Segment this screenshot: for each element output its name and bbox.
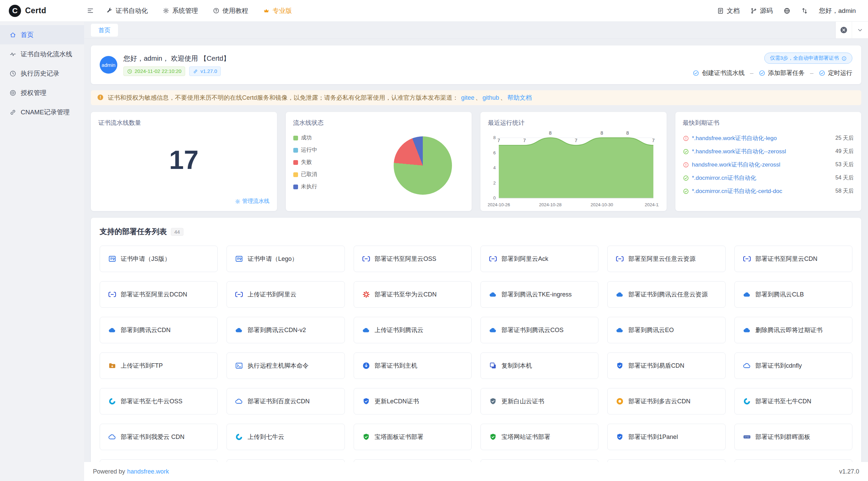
footer-version: v1.27.0 — [839, 468, 859, 475]
cert-link[interactable]: *.docmirror.cn证书自动化-certd-doc — [692, 187, 832, 195]
copy-icon — [489, 362, 497, 370]
task-item-14[interactable]: 上传证书到腾讯云 — [354, 317, 472, 343]
nav-item-0[interactable]: 证书自动化 — [106, 6, 148, 15]
tab-home[interactable]: 首页 — [91, 24, 118, 37]
task-item-0[interactable]: 证书申请（JS版） — [100, 246, 218, 272]
header-action-1[interactable]: 源码 — [750, 6, 773, 15]
sidebar-item-2[interactable]: 执行历史记录 — [0, 64, 84, 83]
cert-link[interactable]: *.handsfree.work证书自动化--zerossl — [692, 148, 832, 155]
powered-by-text: Powered by — [93, 468, 125, 475]
task-item-29[interactable]: 部署证书至七牛CDN — [734, 388, 852, 415]
svg-text:2024-10-28: 2024-10-28 — [539, 202, 562, 207]
task-item-5[interactable]: 部署证书至阿里云CDN — [734, 246, 852, 272]
notice-link-2[interactable]: 帮助文档 — [507, 94, 532, 101]
task-item-15[interactable]: 部署证书到腾讯云COS — [480, 317, 598, 343]
task-item-1[interactable]: 证书申请（Lego） — [226, 246, 344, 272]
task-item-24[interactable]: 部署证书至七牛云OSS — [100, 388, 218, 415]
task-item-35[interactable]: SYNO部署证书到群晖面板 — [734, 424, 852, 450]
cert-link[interactable]: *.docmirror.cn证书自动化 — [692, 174, 832, 182]
task-item-32[interactable]: 宝塔面板证书部署 — [354, 424, 472, 450]
task-item-2[interactable]: 部署证书至阿里云OSS — [354, 246, 472, 272]
header-action-3[interactable] — [801, 7, 808, 14]
cert-link[interactable]: handsfree.work证书自动化-zerossl — [692, 161, 832, 169]
tabs-close-button[interactable] — [835, 22, 852, 38]
top-header: C Certd 证书自动化系统管理使用教程专业版 文档源码您好，admin — [0, 0, 868, 22]
sidebar-item-0[interactable]: 首页 — [0, 25, 84, 44]
step-separator: – — [810, 70, 813, 77]
status-pie-chart — [394, 136, 452, 195]
aliyun-icon — [362, 255, 370, 263]
cert-status-icon — [683, 149, 689, 155]
task-item-18[interactable]: 上传证书到FTP — [100, 352, 218, 379]
tabs-menu-button[interactable] — [852, 22, 868, 38]
task-item-3[interactable]: 部署到阿里云Ack — [480, 246, 598, 272]
task-item-27[interactable]: 更新白山云证书 — [480, 388, 598, 415]
svg-text:2024-10-30: 2024-10-30 — [591, 202, 613, 207]
tasks-count-badge: 44 — [171, 228, 183, 236]
header-action-4[interactable]: 您好，admin — [819, 6, 856, 15]
task-item-9[interactable]: 部署到腾讯云TKE-ingress — [480, 281, 598, 308]
task-item-26[interactable]: 更新LeCDN证书 — [354, 388, 472, 415]
quick-start-button[interactable]: 仅需3步，全自动申请部署证书 — [764, 53, 852, 64]
sidebar-item-3[interactable]: 授权管理 — [0, 83, 84, 102]
task-item-clipped[interactable] — [734, 459, 852, 462]
handsfree-link[interactable]: handsfree.work — [127, 468, 169, 475]
task-item-10[interactable]: 部署证书到腾讯云任意云资源 — [607, 281, 725, 308]
nav-item-1[interactable]: 系统管理 — [163, 6, 198, 15]
task-item-6[interactable]: 部署证书至阿里云DCDN — [100, 281, 218, 308]
manage-pipelines-link[interactable]: 管理流水线 — [235, 198, 270, 205]
sidebar-item-1[interactable]: 证书自动化流水线 — [0, 44, 84, 64]
legend-item-3[interactable]: 已取消 — [293, 171, 317, 178]
task-item-31[interactable]: 上传到七牛云 — [226, 424, 344, 450]
task-item-clipped[interactable] — [100, 459, 218, 462]
cert-link[interactable]: *.handsfree.work证书自动化-lego — [692, 134, 832, 142]
legend-item-0[interactable]: 成功 — [293, 134, 317, 141]
notice-link-0[interactable]: gitee — [461, 94, 474, 101]
tasks-header: 支持的部署任务列表 44 — [100, 227, 852, 237]
task-item-clipped[interactable] — [480, 459, 598, 462]
sidebar-collapse-button[interactable] — [87, 7, 94, 14]
legend-item-2[interactable]: 失败 — [293, 159, 317, 166]
task-item-clipped[interactable] — [354, 459, 472, 462]
legend-item-4[interactable]: 未执行 — [293, 183, 317, 190]
task-item-23[interactable]: 部署证书到cdnfly — [734, 352, 852, 379]
header-action-0[interactable]: 文档 — [717, 6, 739, 15]
task-item-22[interactable]: 部署证书到易盾CDN — [607, 352, 725, 379]
task-item-19[interactable]: 执行远程主机脚本命令 — [226, 352, 344, 379]
task-item-8[interactable]: 部署证书至华为云CDN — [354, 281, 472, 308]
task-item-12[interactable]: 部署到腾讯云CDN — [100, 317, 218, 343]
task-item-28[interactable]: 部署证书到多吉云CDN — [607, 388, 725, 415]
cert-status-icon — [683, 135, 689, 141]
task-item-11[interactable]: 部署到腾讯云CLB — [734, 281, 852, 308]
nav-item-2[interactable]: 使用教程 — [213, 6, 248, 15]
nav-item-3[interactable]: 专业版 — [263, 6, 292, 15]
cloudo-icon — [743, 362, 751, 370]
task-item-33[interactable]: 宝塔网站证书部署 — [480, 424, 598, 450]
header-action-2[interactable] — [784, 7, 790, 14]
task-item-17[interactable]: 删除腾讯云即将过期证书 — [734, 317, 852, 343]
task-item-13[interactable]: 部署到腾讯云CDN-v2 — [226, 317, 344, 343]
legend-item-1[interactable]: 运行中 — [293, 147, 317, 154]
header-actions: 文档源码您好，admin — [717, 6, 868, 15]
steps-row: 创建证书流水线–添加部署任务–定时运行 — [693, 69, 852, 77]
swap-icon — [801, 7, 808, 14]
task-item-34[interactable]: 部署证书到1Panel — [607, 424, 725, 450]
task-item-20[interactable]: 部署证书到主机 — [354, 352, 472, 379]
task-item-clipped[interactable] — [607, 459, 725, 462]
task-item-21[interactable]: 复制到本机 — [480, 352, 598, 379]
version-badge[interactable]: v1.27.0 — [189, 66, 221, 76]
notice-text: 证书和授权为敏感信息，不要使用来历不明的在线Certd服务和镜像，以免泄露；请务… — [108, 94, 458, 101]
sidebar-item-4[interactable]: CNAME记录管理 — [0, 102, 84, 122]
task-item-clipped[interactable] — [226, 459, 344, 462]
aliyun-icon — [616, 255, 624, 263]
task-item-16[interactable]: 部署到腾讯云EO — [607, 317, 725, 343]
logo[interactable]: C Certd — [0, 5, 84, 17]
task-item-4[interactable]: 部署至阿里云任意云资源 — [607, 246, 725, 272]
step-item: 创建证书流水线 — [693, 69, 745, 77]
task-item-25[interactable]: 部署证书到百度云CDN — [226, 388, 344, 415]
task-item-30[interactable]: 部署证书到我爱云 CDN — [100, 424, 218, 450]
notice-link-1[interactable]: github — [482, 94, 499, 101]
huawei-icon — [362, 290, 370, 299]
task-item-7[interactable]: 上传证书到阿里云 — [226, 281, 344, 308]
tcloud-icon — [743, 290, 751, 299]
